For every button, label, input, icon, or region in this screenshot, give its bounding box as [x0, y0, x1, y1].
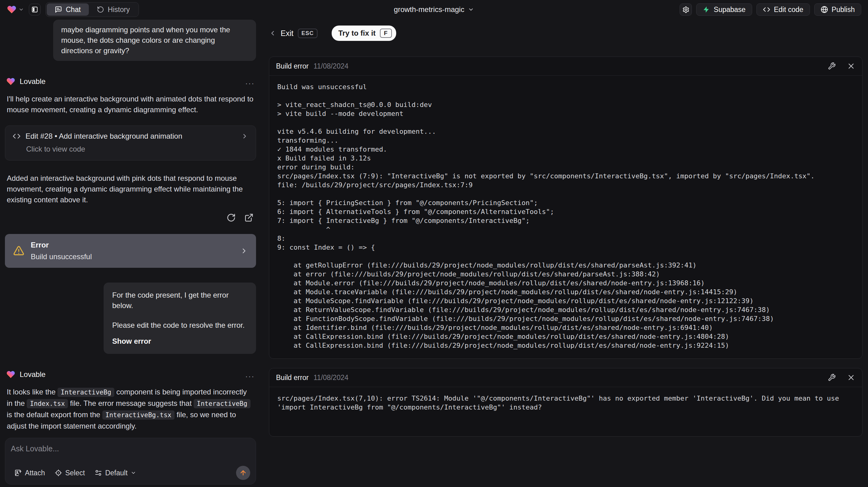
tab-history[interactable]: History: [89, 3, 138, 16]
topbar-left: Chat History: [7, 2, 139, 17]
topbar: Chat History growth-metrics-magic: [0, 0, 868, 19]
tab-chat-label: Chat: [66, 5, 81, 14]
message-actions: [5, 213, 256, 222]
fix-wrench-icon[interactable]: [828, 62, 836, 70]
lovable-logo-icon: [7, 5, 17, 14]
chat-message-list[interactable]: maybe diagramming points and when you mo…: [5, 19, 256, 433]
publish-button[interactable]: Publish: [814, 3, 861, 16]
panel-body[interactable]: Build was unsuccessful > vite_react_shad…: [269, 75, 862, 359]
attach-image-icon: [14, 469, 22, 477]
chat-bubble-icon: [55, 6, 62, 13]
chevron-left-icon: [269, 30, 276, 37]
panel-title: Build error: [276, 62, 309, 70]
lovable-heart-icon: [6, 370, 16, 379]
assistant-name: Lovable: [20, 370, 45, 379]
fix-button-label: Try to fix it: [338, 29, 376, 37]
build-log: src/pages/Index.tsx(7,10): error TS2614:…: [277, 394, 854, 412]
supabase-button[interactable]: Supabase: [696, 3, 752, 16]
more-options-icon[interactable]: ...: [245, 80, 255, 83]
chevron-down-icon: [131, 470, 136, 476]
f-key-badge: F: [380, 29, 392, 38]
assistant-paragraph: Added an interactive background with pin…: [5, 173, 256, 205]
edit-card-title: Edit #28 • Add interactive background an…: [26, 132, 236, 141]
build-log: Build was unsuccessful > vite_react_shad…: [277, 82, 854, 350]
user-message-line: Please edit the code to resolve the erro…: [112, 320, 247, 331]
restore-version-icon[interactable]: [226, 213, 236, 222]
arrow-up-icon: [240, 469, 247, 477]
edit-code-label: Edit code: [774, 5, 803, 14]
assistant-paragraph: I'll help create an interactive backgrou…: [5, 93, 256, 115]
lovable-heart-icon: [6, 77, 16, 86]
more-options-icon[interactable]: ...: [245, 373, 255, 376]
attach-button[interactable]: Attach: [11, 466, 49, 480]
error-overlay: Exit ESC Try to fix it F Build error 11/…: [261, 19, 868, 487]
panel-left-icon: [31, 6, 38, 13]
build-error-panel-2: Build error 11/08/2024 src/pages/Index.t…: [269, 368, 863, 436]
gear-icon: [682, 6, 689, 13]
lovable-app: Chat History growth-metrics-magic: [0, 0, 868, 487]
panel-header-icons: [828, 373, 856, 382]
error-card-text: Error Build unsuccessful: [31, 241, 234, 261]
build-error-card[interactable]: Error Build unsuccessful: [5, 234, 256, 268]
error-card-subtitle: Build unsuccessful: [31, 252, 234, 261]
panel-header-icons: [828, 62, 856, 70]
user-message-line: For the code present, I get the error be…: [112, 290, 247, 311]
assistant-name: Lovable: [20, 77, 45, 86]
close-icon[interactable]: [847, 373, 856, 382]
composer-toolbar: Attach Select Default: [11, 466, 250, 480]
main-split: maybe diagramming points and when you mo…: [0, 19, 868, 487]
panel-date: 11/08/2024: [313, 373, 348, 382]
select-label: Select: [65, 469, 85, 477]
exit-button[interactable]: Exit ESC: [269, 29, 317, 38]
mode-label: Default: [105, 469, 128, 477]
sliders-icon: [95, 469, 102, 477]
globe-icon: [821, 6, 828, 13]
chevron-down-icon: [19, 7, 24, 12]
edit-code-button[interactable]: Edit code: [756, 3, 810, 16]
settings-button[interactable]: [680, 3, 692, 16]
error-card-title: Error: [31, 241, 234, 249]
build-error-panel-1: Build error 11/08/2024 Build was unsucce…: [269, 57, 863, 359]
try-to-fix-button[interactable]: Try to fix it F: [332, 26, 396, 41]
user-message-text: maybe diagramming points and when you mo…: [61, 26, 230, 55]
assistant-paragraph: It looks like the InteractiveBg componen…: [5, 387, 256, 431]
mode-dropdown[interactable]: Default: [91, 466, 140, 480]
panel-header: Build error 11/08/2024: [269, 368, 862, 387]
select-target-icon: [55, 469, 62, 477]
tab-chat[interactable]: Chat: [47, 3, 89, 16]
open-preview-icon[interactable]: [244, 213, 254, 222]
attach-label: Attach: [25, 469, 45, 477]
chat-input[interactable]: [11, 444, 250, 458]
topbar-right: Supabase Edit code Publish: [680, 3, 861, 16]
esc-key-badge: ESC: [298, 29, 317, 38]
panel-header: Build error 11/08/2024: [269, 57, 862, 75]
code-icon: [12, 132, 21, 140]
assistant-message-header: Lovable ...: [5, 77, 256, 86]
publish-label: Publish: [832, 5, 855, 14]
panel-date: 11/08/2024: [313, 62, 348, 70]
close-icon[interactable]: [847, 62, 856, 70]
fix-wrench-icon[interactable]: [828, 373, 836, 382]
chevron-right-icon: [240, 247, 248, 255]
sidebar-toggle-button[interactable]: [29, 4, 40, 16]
workspace-menu[interactable]: [7, 5, 24, 14]
history-icon: [97, 6, 104, 13]
project-switcher[interactable]: growth-metrics-magic: [394, 5, 474, 14]
chevron-right-icon: [241, 132, 248, 140]
send-button[interactable]: [236, 466, 250, 480]
panel-title: Build error: [276, 373, 309, 382]
chat-panel: maybe diagramming points and when you mo…: [0, 19, 261, 487]
exit-label: Exit: [281, 29, 293, 38]
supabase-label: Supabase: [714, 5, 746, 14]
edit-card-28[interactable]: Edit #28 • Add interactive background an…: [5, 125, 256, 160]
code-icon: [763, 6, 770, 13]
show-error-link[interactable]: Show error: [112, 336, 151, 346]
user-message-bubble: maybe diagramming points and when you mo…: [53, 20, 256, 61]
panel-body[interactable]: src/pages/Index.tsx(7,10): error TS2614:…: [269, 387, 862, 436]
view-tabs: Chat History: [45, 2, 139, 17]
user-message-bubble: For the code present, I get the error be…: [103, 282, 256, 354]
supabase-bolt-icon: [703, 6, 710, 13]
edit-card-subtitle: Click to view code: [26, 145, 248, 153]
chevron-down-icon: [468, 6, 474, 12]
select-button[interactable]: Select: [51, 466, 89, 480]
